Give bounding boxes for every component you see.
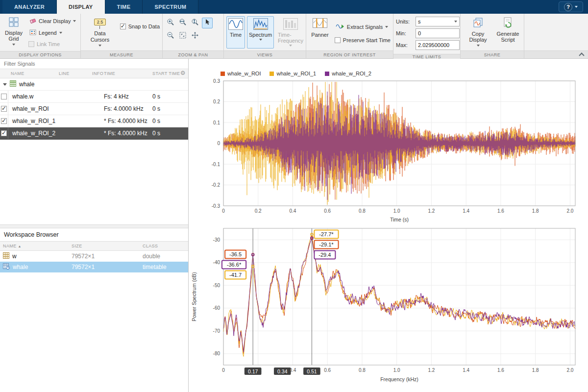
table-row[interactable]: whale 79572×1 timetable [0, 262, 188, 272]
units-label: Units: [396, 19, 414, 24]
svg-text:0.8: 0.8 [359, 208, 366, 214]
time-plot[interactable]: 00.20.40.60.81.01.21.41.61.82.0-0.3-0.2-… [189, 71, 588, 225]
pan-button[interactable] [190, 31, 200, 42]
svg-text:0.2: 0.2 [213, 99, 220, 104]
fit-to-view-button[interactable] [177, 31, 188, 42]
ws-col-size[interactable]: SIZE [69, 244, 140, 248]
signal-group-row[interactable]: whale [0, 78, 188, 91]
snap-to-data-checkbox-row[interactable]: Snap to Data [120, 22, 160, 31]
pointer-select-button[interactable] [202, 18, 213, 28]
legend-button[interactable]: Legend [28, 27, 77, 38]
workspace-browser-title: Workspace Browser [0, 228, 188, 241]
signal-checkbox[interactable] [1, 130, 7, 136]
ws-var-class: double [140, 253, 188, 260]
svg-text:-60: -60 [213, 305, 220, 311]
help-icon[interactable]: ? [564, 3, 572, 11]
zoom-x-button[interactable] [177, 18, 188, 28]
svg-text:0.3: 0.3 [213, 78, 220, 84]
workspace-table-header: NAME▲ SIZE CLASS [0, 241, 188, 251]
tab-analyzer[interactable]: ANALYZER [2, 0, 57, 14]
clear-display-button[interactable]: Clear Display [28, 16, 77, 26]
link-time-checkbox-row: Link Time [28, 39, 77, 49]
group-name: whale [19, 81, 34, 88]
section-label: DISPLAY OPTIONS [0, 51, 80, 58]
panner-button[interactable]: Panner [310, 16, 330, 49]
svg-text:0.6: 0.6 [324, 208, 331, 214]
view-spectrum-button[interactable]: Spectrum [247, 16, 274, 49]
view-time-frequency-button: Time-Frequency [276, 16, 305, 49]
ws-col-name[interactable]: NAME▲ [0, 244, 69, 248]
filter-signals-input[interactable] [0, 59, 188, 69]
section-label: ZOOM & PAN [163, 50, 223, 58]
ws-col-class[interactable]: CLASS [140, 244, 188, 248]
preserve-start-time-checkbox-row[interactable]: Preserve Start Time [335, 35, 391, 45]
table-row[interactable]: w 79572×1 double [0, 251, 188, 262]
signals-table-header: NAME LINE INFO TIME START TIME ⚙ [0, 69, 188, 78]
tab-time[interactable]: TIME [105, 0, 143, 14]
gear-icon[interactable]: ⚙ [180, 70, 186, 76]
svg-text:-0.3: -0.3 [212, 203, 220, 209]
zoom-out-icon [167, 31, 174, 41]
data-cursors-button[interactable]: 2.5 Data Cursors [85, 16, 115, 49]
expand-triangle-icon[interactable] [3, 83, 7, 86]
generate-script-button[interactable]: Generate Script [494, 16, 521, 49]
extract-signals-label: Extract Signals [347, 24, 383, 30]
svg-text:Frequency (kHz): Frequency (kHz) [380, 376, 418, 382]
signal-name: whale.w [8, 93, 56, 100]
zoom-y-button[interactable] [190, 18, 200, 28]
copy-display-button[interactable]: Copy Display [465, 16, 491, 49]
col-line: LINE [56, 71, 90, 76]
zoom-in-button[interactable] [165, 18, 176, 28]
col-name: NAME [8, 71, 56, 76]
snap-to-data-checkbox[interactable] [120, 24, 126, 29]
table-row[interactable]: whale_w_ROI Fs: 4.0000 kHz 0 s [0, 103, 188, 115]
signal-name: whale_w_ROI_2 [8, 130, 56, 137]
collapse-ribbon-button[interactable] [579, 52, 584, 57]
ws-var-size: 79572×1 [69, 253, 140, 260]
signal-checkbox[interactable] [1, 106, 7, 112]
link-time-label: Link Time [37, 41, 60, 47]
zoom-out-button[interactable] [165, 31, 176, 42]
signal-time: * Fs: 4.0000 kHz [101, 130, 150, 137]
signal-checkbox[interactable] [1, 118, 7, 124]
svg-text:0.6: 0.6 [324, 368, 331, 373]
table-row[interactable]: whale.w Fs: 4 kHz 0 s [0, 91, 188, 103]
signal-checkbox[interactable] [1, 94, 7, 99]
svg-text:-30: -30 [213, 237, 220, 243]
svg-text:1.2: 1.2 [428, 208, 435, 214]
view-time-button[interactable]: Time [226, 16, 245, 49]
copy-display-label: Copy Display [466, 31, 490, 43]
tab-spectrum[interactable]: SPECTRUM [143, 0, 198, 14]
display-grid-icon [9, 17, 19, 28]
chevron-down-icon [59, 32, 62, 34]
section-label: REGION OF INTEREST [306, 50, 393, 58]
units-select[interactable]: s [416, 17, 460, 26]
panel-splitter[interactable] [0, 224, 188, 228]
extract-signals-button[interactable]: Extract Signals [335, 22, 391, 32]
svg-text:1.4: 1.4 [463, 208, 469, 214]
table-row[interactable]: whale_w_ROI_1 * Fs: 4.0000 kHz 0 s [0, 115, 188, 127]
svg-text:2.0: 2.0 [566, 208, 573, 214]
svg-text:-27.7*: -27.7* [319, 231, 334, 237]
link-time-checkbox [28, 41, 34, 47]
svg-text:1.8: 1.8 [532, 368, 539, 373]
view-spectrum-label: Spectrum [249, 32, 272, 38]
spectrum-plot[interactable]: 00.20.40.60.81.01.21.41.61.82.0-30-40-50… [189, 225, 588, 390]
preserve-start-time-checkbox[interactable] [335, 37, 341, 43]
svg-text:0: 0 [222, 368, 225, 373]
min-input[interactable] [416, 28, 460, 38]
spectrum-view-icon [253, 18, 268, 31]
svg-text:-41.7: -41.7 [229, 272, 242, 278]
svg-text:Time (s): Time (s) [390, 217, 409, 222]
chevron-down-icon [12, 44, 15, 46]
display-grid-button[interactable]: Display Grid [2, 16, 25, 49]
preserve-start-time-label: Preserve Start Time [343, 37, 391, 43]
chevron-down-icon [477, 45, 480, 47]
table-row[interactable]: whale_w_ROI_2 * Fs: 4.0000 kHz 0 s [0, 127, 188, 140]
svg-text:-80: -80 [213, 351, 220, 356]
max-input[interactable] [416, 40, 460, 50]
section-views: Time Spectrum Time-Frequency VIEWS [224, 14, 306, 58]
help-menu[interactable]: ? [559, 1, 583, 12]
section-filler [524, 14, 588, 58]
tab-display[interactable]: DISPLAY [57, 0, 105, 14]
